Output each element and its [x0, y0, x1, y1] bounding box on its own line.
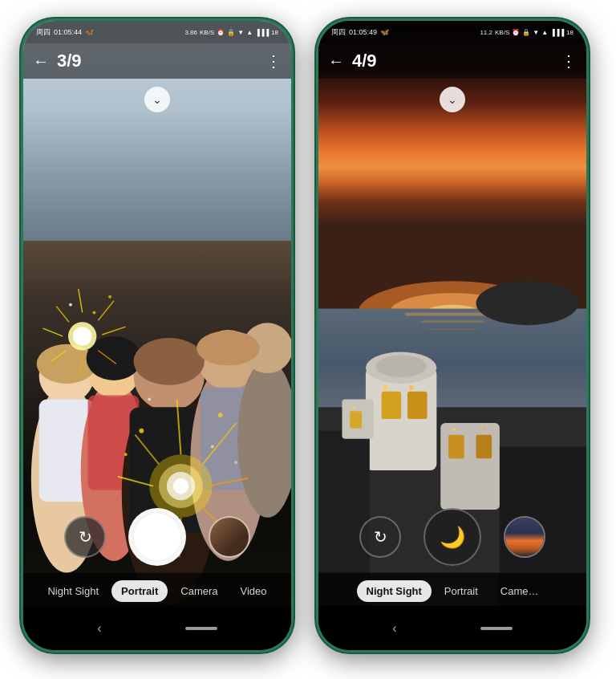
- svg-point-75: [452, 428, 456, 431]
- shutter-button-1[interactable]: [128, 508, 186, 566]
- tab-video-1[interactable]: Video: [231, 580, 277, 602]
- wifi-icon-1: ▲: [246, 29, 253, 36]
- chevron-down-icon-1: ⌄: [152, 93, 162, 106]
- status-right-2: 11.2 KB/S ⏰ 🔒 ▼ ▲ ▐▐▐ 18: [480, 29, 573, 36]
- flip-camera-icon-2: ↻: [374, 527, 387, 547]
- svg-point-17: [197, 331, 260, 365]
- tab-portrait-1[interactable]: Portrait: [111, 580, 168, 602]
- lock-icon-2: 🔒: [522, 29, 530, 36]
- shutter-inner-1: [134, 514, 180, 560]
- wifi-icon-2: ▲: [541, 29, 548, 36]
- menu-button-2[interactable]: ⋮: [561, 51, 577, 71]
- nav-title-2: 4/9: [352, 51, 561, 71]
- bottom-controls-1: ↻ Night Sight Portrait Camera Video: [23, 508, 291, 602]
- svg-point-48: [108, 295, 111, 299]
- svg-point-63: [376, 356, 427, 378]
- svg-rect-65: [407, 392, 428, 419]
- svg-rect-68: [476, 435, 492, 458]
- phone-1-body: 周四 01:05:44 🦋 3.86 KB/S ⏰ 🔒 ▼ ▲ ▐▐▐ 18 ←…: [21, 18, 294, 653]
- status-emoji-2: 🦋: [380, 28, 389, 36]
- bottom-controls-2: ↻ 🌙 Night Sight Portrait Came…: [318, 508, 586, 602]
- back-gesture-1[interactable]: ‹: [97, 621, 101, 636]
- tab-night-sight-1[interactable]: Night Sight: [38, 580, 108, 602]
- camera-buttons-2: ↻ 🌙: [359, 508, 545, 566]
- dropdown-button-1[interactable]: ⌄: [144, 87, 170, 112]
- dropdown-button-2[interactable]: ⌄: [440, 87, 465, 112]
- svg-point-44: [124, 453, 128, 456]
- moon-icon-2: 🌙: [440, 525, 465, 550]
- svg-line-21: [98, 301, 114, 321]
- svg-rect-59: [492, 295, 562, 311]
- status-bar-2: 周四 01:05:49 🦋 11.2 KB/S ⏰ 🔒 ▼ ▲ ▐▐▐ 18: [318, 21, 586, 43]
- svg-point-45: [234, 461, 237, 464]
- svg-line-20: [79, 289, 83, 312]
- status-day-2: 周四: [331, 27, 346, 38]
- phone-2: 周四 01:05:49 🦋 11.2 KB/S ⏰ 🔒 ▼ ▲ ▐▐▐ 18 ←…: [316, 18, 595, 661]
- clock-icon-1: ⏰: [217, 29, 225, 36]
- phone-2-body: 周四 01:05:49 🦋 11.2 KB/S ⏰ 🔒 ▼ ▲ ▐▐▐ 18 ←…: [316, 18, 589, 653]
- svg-point-73: [383, 385, 388, 390]
- flip-camera-button-2[interactable]: ↻: [359, 516, 401, 558]
- svg-point-40: [139, 429, 144, 433]
- flip-camera-button-1[interactable]: ↻: [64, 516, 106, 558]
- home-indicator-2[interactable]: [480, 627, 513, 630]
- mode-tabs-2: Night Sight Portrait Came…: [351, 580, 555, 602]
- home-indicator-1[interactable]: [185, 627, 217, 630]
- tab-camera-1[interactable]: Camera: [171, 580, 227, 602]
- flip-camera-icon-1: ↻: [79, 527, 92, 547]
- gallery-thumb-img-2: [505, 518, 544, 556]
- back-button-1[interactable]: ←: [33, 52, 49, 71]
- svg-point-77: [352, 405, 355, 409]
- svg-point-76: [482, 428, 485, 431]
- status-emoji-1: 🦋: [85, 28, 94, 36]
- status-time-2: 01:05:49: [349, 28, 377, 36]
- back-button-2[interactable]: ←: [328, 52, 344, 71]
- tab-portrait-2[interactable]: Portrait: [435, 580, 488, 602]
- svg-rect-67: [448, 435, 464, 458]
- status-speed-2: 11.2: [480, 29, 492, 36]
- svg-rect-64: [382, 392, 402, 419]
- nav-bar-2: ← 4/9 ⋮: [318, 43, 586, 79]
- svg-rect-72: [350, 411, 362, 429]
- status-left-1: 周四 01:05:44 🦋: [36, 27, 94, 38]
- nav-bar-1: ← 3/9 ⋮: [23, 43, 291, 79]
- signal-bars-2: ▐▐▐: [550, 29, 564, 36]
- svg-point-42: [148, 398, 151, 401]
- status-bar-1: 周四 01:05:44 🦋 3.86 KB/S ⏰ 🔒 ▼ ▲ ▐▐▐ 18: [23, 21, 291, 43]
- svg-line-22: [102, 327, 125, 335]
- svg-point-16: [134, 338, 205, 385]
- lock-icon-1: 🔒: [227, 29, 235, 36]
- signal-bars-1: ▐▐▐: [255, 29, 269, 36]
- tab-camera-2[interactable]: Came…: [491, 580, 549, 602]
- gallery-thumb-1[interactable]: [209, 516, 250, 558]
- svg-point-47: [69, 303, 72, 307]
- camera-buttons-1: ↻: [64, 508, 250, 566]
- phone-1: 周四 01:05:44 🦋 3.86 KB/S ⏰ 🔒 ▼ ▲ ▐▐▐ 18 ←…: [21, 18, 300, 661]
- tab-night-sight-2[interactable]: Night Sight: [357, 580, 432, 602]
- battery-icon-1: 18: [271, 29, 278, 36]
- status-unit-1: KB/S: [200, 29, 214, 36]
- clock-icon-2: ⏰: [512, 29, 520, 36]
- gallery-thumb-2[interactable]: [504, 516, 545, 558]
- svg-rect-56: [421, 320, 484, 323]
- status-speed-1: 3.86: [184, 29, 197, 36]
- gallery-thumb-img-1: [210, 518, 249, 556]
- status-day-1: 周四: [36, 27, 51, 38]
- battery-icon-2: 18: [566, 29, 573, 36]
- svg-rect-57: [429, 328, 476, 330]
- menu-button-1[interactable]: ⋮: [265, 51, 282, 71]
- night-sight-shutter-2[interactable]: 🌙: [424, 508, 481, 566]
- chevron-down-icon-2: ⌄: [448, 93, 457, 106]
- phone-bottom-nav-2: ‹: [318, 606, 586, 650]
- back-gesture-2[interactable]: ‹: [392, 621, 396, 636]
- nav-title-1: 3/9: [57, 51, 265, 71]
- status-right-1: 3.86 KB/S ⏰ 🔒 ▼ ▲ ▐▐▐ 18: [184, 29, 278, 36]
- status-unit-2: KB/S: [495, 29, 509, 36]
- signal-icon-1: ▼: [237, 29, 244, 36]
- svg-point-46: [92, 311, 95, 315]
- svg-line-27: [56, 307, 69, 323]
- status-time-1: 01:05:44: [54, 28, 82, 36]
- svg-point-19: [73, 327, 92, 346]
- mode-tabs-1: Night Sight Portrait Camera Video: [31, 580, 282, 602]
- svg-point-74: [409, 385, 414, 390]
